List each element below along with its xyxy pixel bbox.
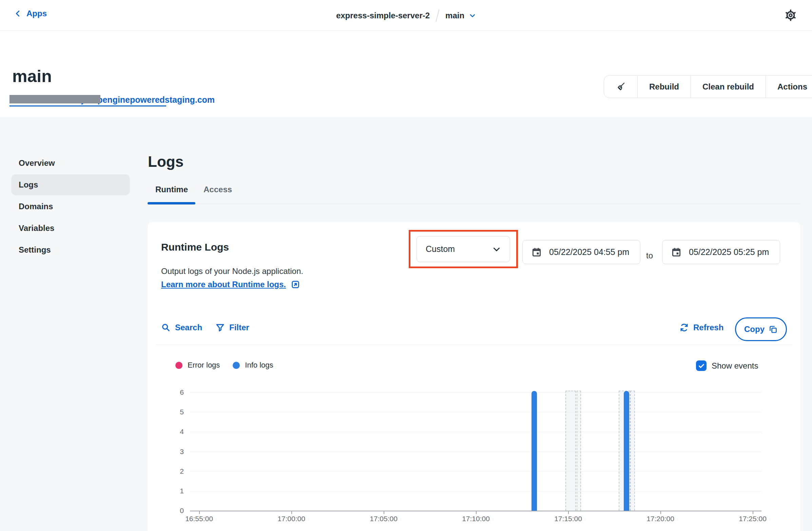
x-axis-label-6: 17:25:00 [732, 515, 773, 523]
page-title: Logs [148, 153, 184, 170]
gear-icon [784, 9, 797, 22]
date-from-input[interactable]: 05/22/2025 04:55 pm [522, 240, 640, 264]
search-button[interactable]: Search [161, 323, 202, 332]
clean-cache-button[interactable] [604, 76, 638, 98]
learn-more-link[interactable]: Learn more about Runtime logs. [161, 280, 300, 289]
y-axis-label-3: 3 [169, 447, 184, 456]
log-bar-info-logs-1 [624, 391, 629, 511]
legend-error-label: Error logs [188, 361, 220, 370]
chart-legend: Error logs Info logs [175, 361, 273, 370]
x-axis-label-2: 17:05:00 [363, 515, 404, 523]
x-axis-tick-4 [568, 511, 569, 514]
time-range-value: Custom [426, 244, 455, 254]
sidebar-item-variables[interactable]: Variables [11, 218, 130, 239]
y-axis-label-5: 5 [169, 408, 184, 416]
sidebar-item-domains[interactable]: Domains [11, 196, 130, 217]
environment-title: main [12, 67, 52, 86]
back-to-apps-link[interactable]: Apps [14, 9, 47, 18]
redacted-url-segment [10, 95, 100, 103]
top-header: Apps express-simple-server-2 main [0, 0, 812, 31]
show-events-toggle[interactable]: Show events [696, 360, 758, 371]
event-band-1 [577, 390, 581, 511]
date-to-value: 05/22/2025 05:25 pm [689, 247, 769, 257]
x-axis-label-3: 17:10:00 [455, 515, 496, 523]
environment-sidebar: Overview Logs Domains Variables Settings [11, 152, 130, 261]
x-axis-tick-2 [383, 511, 384, 514]
sidebar-item-settings[interactable]: Settings [11, 239, 130, 261]
legend-item-error-logs: Error logs [175, 361, 220, 370]
log-bar-info-logs-0 [532, 391, 537, 511]
environment-action-bar: Rebuild Clean rebuild Actions [604, 75, 812, 98]
x-axis-tick-0 [199, 511, 200, 514]
y-axis-label-2: 2 [169, 467, 184, 475]
x-axis-label-0: 16:55:00 [179, 515, 219, 523]
y-axis-label-1: 1 [169, 487, 184, 495]
breadcrumb: express-simple-server-2 main [336, 0, 476, 31]
check-icon [698, 362, 705, 370]
gridline-y-2 [190, 471, 762, 472]
search-label: Search [175, 323, 202, 332]
time-range-select[interactable]: Custom [417, 236, 510, 262]
refresh-label: Refresh [693, 323, 724, 332]
filter-label: Filter [229, 323, 249, 332]
date-range-to-label: to [646, 251, 653, 261]
tab-access[interactable]: Access [203, 185, 232, 194]
refresh-button[interactable]: Refresh [679, 323, 724, 332]
search-icon [161, 323, 171, 332]
gridline-y-4 [190, 432, 762, 432]
gridline-y-3 [190, 452, 762, 452]
settings-gear-button[interactable] [784, 9, 798, 23]
event-band-0 [565, 390, 576, 511]
y-axis-label-4: 4 [169, 428, 184, 436]
copy-button[interactable]: Copy [735, 318, 787, 341]
legend-info-label: Info logs [245, 361, 273, 370]
copy-label: Copy [744, 325, 765, 334]
sidebar-item-overview[interactable]: Overview [11, 152, 130, 174]
calendar-icon [671, 247, 681, 257]
date-from-value: 05/22/2025 04:55 pm [549, 247, 629, 257]
actions-label: Actions [778, 82, 807, 91]
y-axis-label-0: 0 [169, 506, 184, 515]
breadcrumb-branch: main [445, 11, 464, 20]
show-events-checkbox[interactable] [696, 360, 707, 371]
branch-selector[interactable]: main [445, 11, 476, 20]
sidebar-item-logs[interactable]: Logs [11, 174, 130, 195]
calendar-icon [532, 247, 542, 257]
back-link-label: Apps [27, 9, 47, 18]
runtime-logs-heading: Runtime Logs [161, 241, 229, 253]
date-to-input[interactable]: 05/22/2025 05:25 pm [662, 240, 780, 264]
actions-dropdown-button[interactable]: Actions [766, 76, 812, 98]
x-axis-tick-3 [476, 511, 477, 514]
chevron-down-icon [469, 12, 476, 19]
runtime-logs-description: Output logs of your Node.js application. [161, 266, 303, 276]
rebuild-button[interactable]: Rebuild [638, 76, 691, 98]
learn-more-label: Learn more about Runtime logs. [161, 280, 286, 289]
error-logs-dot [175, 362, 183, 369]
breadcrumb-app-name: express-simple-server-2 [336, 11, 430, 20]
gridline-y-1 [190, 491, 762, 491]
x-axis-tick-1 [291, 511, 292, 514]
refresh-icon [679, 323, 689, 332]
clean-rebuild-button[interactable]: Clean rebuild [691, 76, 766, 98]
card-divider [156, 344, 792, 345]
tab-runtime[interactable]: Runtime [155, 185, 188, 194]
chevron-left-icon [14, 10, 22, 17]
runtime-logs-chart: 012345616:55:0017:00:0017:05:0017:10:001… [190, 386, 762, 526]
x-axis-label-1: 17:00:00 [271, 515, 312, 523]
event-band-3 [630, 390, 635, 511]
gridline-y-5 [190, 412, 762, 412]
legend-item-info-logs: Info logs [233, 361, 273, 370]
x-axis-label-5: 17:20:00 [640, 515, 681, 523]
link-underline [10, 105, 166, 106]
filter-funnel-icon [215, 323, 225, 332]
x-axis-label-4: 17:15:00 [548, 515, 589, 523]
breadcrumb-separator [436, 9, 439, 22]
filter-button[interactable]: Filter [215, 323, 249, 332]
broom-icon [615, 82, 626, 92]
app-environment-page: Apps express-simple-server-2 main main .… [0, 0, 812, 531]
tabs-divider [147, 204, 800, 204]
show-events-label: Show events [712, 361, 758, 371]
x-axis-tick-6 [753, 511, 753, 514]
copy-icon [769, 325, 778, 334]
active-tab-indicator [147, 202, 195, 205]
